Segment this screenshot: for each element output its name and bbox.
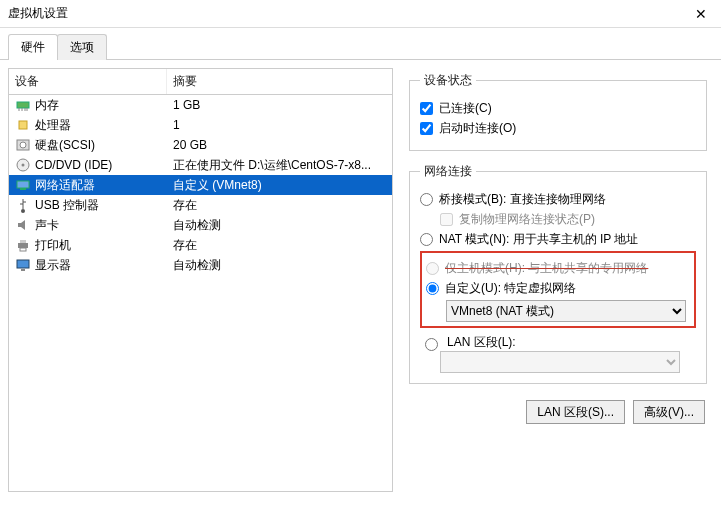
chk-replicate-input xyxy=(440,213,453,226)
chk-connected[interactable]: 已连接(C) xyxy=(420,100,696,117)
device-row-net[interactable]: 网络适配器自定义 (VMnet8) xyxy=(9,175,392,195)
chk-connect-on-start-input[interactable] xyxy=(420,122,433,135)
radio-hostonly-label: 仅主机模式(H): 与主机共享的专用网络 xyxy=(445,260,648,277)
col-device: 设备 xyxy=(9,69,167,94)
device-name: 声卡 xyxy=(35,217,59,234)
device-summary: 自动检测 xyxy=(167,217,392,234)
device-status-legend: 设备状态 xyxy=(420,72,476,89)
usb-icon xyxy=(15,197,31,213)
tab-hardware[interactable]: 硬件 xyxy=(8,34,58,60)
printer-icon xyxy=(15,237,31,253)
display-icon xyxy=(15,257,31,273)
device-name: 硬盘(SCSI) xyxy=(35,137,95,154)
chk-connect-on-start[interactable]: 启动时连接(O) xyxy=(420,120,696,137)
advanced-button[interactable]: 高级(V)... xyxy=(633,400,705,424)
svg-rect-0 xyxy=(17,102,29,108)
radio-nat-input[interactable] xyxy=(420,233,433,246)
device-summary: 存在 xyxy=(167,197,392,214)
svg-rect-10 xyxy=(17,181,29,188)
device-list: 设备 摘要 内存1 GB处理器1硬盘(SCSI)20 GBCD/DVD (IDE… xyxy=(8,68,393,492)
svg-rect-15 xyxy=(20,248,26,251)
chk-replicate-label: 复制物理网络连接状态(P) xyxy=(459,211,595,228)
device-name: 内存 xyxy=(35,97,59,114)
radio-nat[interactable]: NAT 模式(N): 用于共享主机的 IP 地址 xyxy=(420,231,696,248)
disk-icon xyxy=(15,137,31,153)
svg-point-9 xyxy=(22,164,25,167)
device-row-disk[interactable]: 硬盘(SCSI)20 GB xyxy=(9,135,392,155)
tab-options[interactable]: 选项 xyxy=(57,34,107,60)
radio-custom[interactable]: 自定义(U): 特定虚拟网络 xyxy=(426,280,690,297)
radio-nat-label: NAT 模式(N): 用于共享主机的 IP 地址 xyxy=(439,231,638,248)
svg-rect-17 xyxy=(21,269,25,271)
device-row-display[interactable]: 显示器自动检测 xyxy=(9,255,392,275)
memory-icon xyxy=(15,97,31,113)
svg-rect-5 xyxy=(19,121,27,129)
svg-rect-13 xyxy=(18,243,28,248)
svg-rect-11 xyxy=(20,188,26,190)
chk-connect-on-start-label: 启动时连接(O) xyxy=(439,120,516,137)
svg-point-12 xyxy=(21,209,25,213)
window-title: 虚拟机设置 xyxy=(8,5,68,22)
cd-icon xyxy=(15,157,31,173)
radio-custom-label: 自定义(U): 特定虚拟网络 xyxy=(445,280,576,297)
device-name: 处理器 xyxy=(35,117,71,134)
lan-segment-select xyxy=(440,351,680,373)
radio-lan-segment-input[interactable] xyxy=(425,338,438,351)
device-row-printer[interactable]: 打印机存在 xyxy=(9,235,392,255)
radio-bridged-input[interactable] xyxy=(420,193,433,206)
chk-replicate: 复制物理网络连接状态(P) xyxy=(440,211,696,228)
chk-connected-label: 已连接(C) xyxy=(439,100,492,117)
device-summary: 存在 xyxy=(167,237,392,254)
lan-segments-button[interactable]: LAN 区段(S)... xyxy=(526,400,625,424)
cpu-icon xyxy=(15,117,31,133)
device-summary: 自动检测 xyxy=(167,257,392,274)
radio-lan-segment-label: LAN 区段(L): xyxy=(447,334,516,351)
device-summary: 自定义 (VMnet8) xyxy=(167,177,392,194)
device-row-cd[interactable]: CD/DVD (IDE)正在使用文件 D:\运维\CentOS-7-x8... xyxy=(9,155,392,175)
radio-custom-input[interactable] xyxy=(426,282,439,295)
custom-network-select[interactable]: VMnet8 (NAT 模式) xyxy=(446,300,686,322)
device-name: 网络适配器 xyxy=(35,177,95,194)
radio-bridged-label: 桥接模式(B): 直接连接物理网络 xyxy=(439,191,606,208)
svg-rect-16 xyxy=(17,260,29,268)
close-button[interactable]: ✕ xyxy=(681,0,721,28)
device-name: 打印机 xyxy=(35,237,71,254)
device-name: CD/DVD (IDE) xyxy=(35,158,112,172)
device-status-group: 设备状态 已连接(C) 启动时连接(O) xyxy=(409,72,707,151)
svg-rect-14 xyxy=(20,240,26,243)
device-summary: 20 GB xyxy=(167,138,392,152)
radio-hostonly: 仅主机模式(H): 与主机共享的专用网络 xyxy=(426,260,690,277)
device-summary: 正在使用文件 D:\运维\CentOS-7-x8... xyxy=(167,157,392,174)
highlighted-region: 仅主机模式(H): 与主机共享的专用网络 自定义(U): 特定虚拟网络 VMne… xyxy=(420,251,696,328)
net-icon xyxy=(15,177,31,193)
device-name: USB 控制器 xyxy=(35,197,99,214)
network-connection-group: 网络连接 桥接模式(B): 直接连接物理网络 复制物理网络连接状态(P) NAT… xyxy=(409,163,707,384)
svg-point-7 xyxy=(20,142,26,148)
col-summary: 摘要 xyxy=(167,69,392,94)
device-name: 显示器 xyxy=(35,257,71,274)
device-summary: 1 GB xyxy=(167,98,392,112)
sound-icon xyxy=(15,217,31,233)
chk-connected-input[interactable] xyxy=(420,102,433,115)
radio-bridged[interactable]: 桥接模式(B): 直接连接物理网络 xyxy=(420,191,696,208)
device-row-usb[interactable]: USB 控制器存在 xyxy=(9,195,392,215)
device-row-sound[interactable]: 声卡自动检测 xyxy=(9,215,392,235)
device-row-cpu[interactable]: 处理器1 xyxy=(9,115,392,135)
radio-hostonly-input xyxy=(426,262,439,275)
radio-lan-segment[interactable]: LAN 区段(L): xyxy=(420,334,696,351)
network-connection-legend: 网络连接 xyxy=(420,163,476,180)
device-row-memory[interactable]: 内存1 GB xyxy=(9,95,392,115)
device-summary: 1 xyxy=(167,118,392,132)
